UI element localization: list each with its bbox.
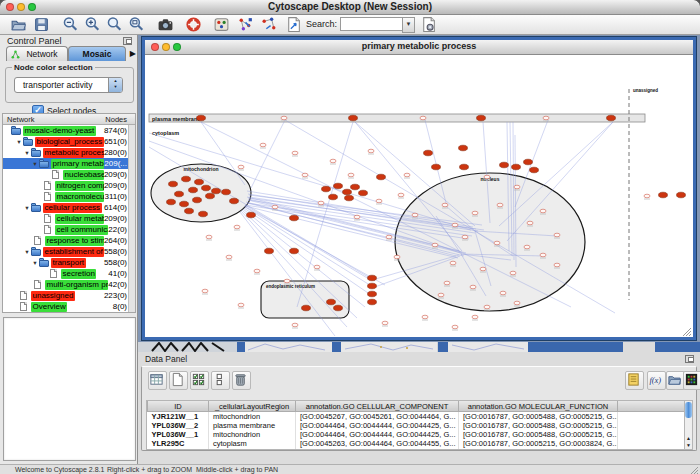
- table-cell[interactable]: [GO:0016787, GO:0005488, GO:0005215, G..…: [459, 421, 618, 430]
- table-cell[interactable]: [GO:0016787, GO:0005215, GO:0003824, G..…: [459, 439, 618, 448]
- network-node-outline[interactable]: [206, 235, 212, 239]
- network-node[interactable]: [202, 185, 211, 191]
- network-node-outline[interactable]: [484, 175, 490, 179]
- network-node[interactable]: [334, 183, 343, 189]
- table-cell[interactable]: plasma membrane: [209, 421, 296, 430]
- network-node[interactable]: [193, 197, 202, 203]
- network-node[interactable]: [230, 198, 239, 204]
- tree-row[interactable]: ▼establishment of lo558(0): [3, 246, 135, 257]
- attribute-list-icon[interactable]: [625, 371, 644, 390]
- search-dropdown-icon[interactable]: ▼: [402, 17, 415, 33]
- network-node-outline[interactable]: [494, 241, 500, 245]
- network-node[interactable]: [169, 181, 178, 187]
- table-cell[interactable]: mitochondrion: [209, 412, 296, 422]
- tree-row[interactable]: ▼transport558(0): [3, 257, 135, 268]
- column-header[interactable]: annotation.GO CELLULAR_COMPONENT: [296, 401, 459, 412]
- network-node-outline[interactable]: [452, 223, 458, 227]
- save-icon[interactable]: [33, 16, 50, 33]
- attribute-matrix-icon[interactable]: [683, 371, 700, 390]
- table-cell[interactable]: YPL036W__1: [148, 430, 209, 439]
- select-attributes-icon[interactable]: [190, 371, 209, 390]
- network-node[interactable]: [265, 248, 274, 254]
- table-cell[interactable]: [618, 439, 690, 448]
- network-node[interactable]: [329, 194, 338, 200]
- network-node[interactable]: [530, 167, 539, 173]
- network-node-outline[interactable]: [540, 253, 546, 257]
- network-node[interactable]: [206, 193, 215, 199]
- title-bar[interactable]: Cytoscape Desktop (New Session): [0, 0, 700, 15]
- network-node[interactable]: [460, 164, 469, 170]
- disclosure-arrow-icon[interactable]: ▼: [31, 161, 39, 167]
- tree-scrollbar[interactable]: [128, 125, 135, 312]
- network-node-outline[interactable]: [514, 301, 520, 305]
- network-node[interactable]: [290, 215, 299, 221]
- new-attribute-icon[interactable]: [169, 371, 188, 390]
- network-node-outline[interactable]: [543, 116, 549, 120]
- vizmapper-icon[interactable]: [213, 16, 230, 33]
- network-node-outline[interactable]: [386, 235, 392, 239]
- delete-attribute-icon[interactable]: [232, 371, 251, 390]
- network-node[interactable]: [222, 189, 231, 195]
- network-node-outline[interactable]: [394, 255, 400, 259]
- network-node[interactable]: [175, 191, 184, 197]
- table-cell[interactable]: YPL036W__2: [148, 421, 209, 430]
- network-node-outline[interactable]: [382, 321, 388, 325]
- network-node[interactable]: [345, 195, 354, 201]
- help-icon[interactable]: [185, 16, 202, 33]
- network-node-outline[interactable]: [318, 201, 324, 205]
- table-cell[interactable]: YJR121W__1: [148, 412, 209, 422]
- network-node-outline[interactable]: [354, 215, 360, 219]
- network-node[interactable]: [322, 186, 331, 192]
- background-window-sliver[interactable]: [341, 342, 437, 352]
- table-row[interactable]: YLR295Ccytoplasm[GO:0045263, GO:0044464,…: [148, 439, 690, 448]
- column-header[interactable]: annotation.GO MOLECULAR_FUNCTION: [459, 401, 618, 412]
- network-node[interactable]: [359, 190, 368, 196]
- table-row[interactable]: YPL036W__2plasma membrane[GO:0044464, GO…: [148, 421, 690, 430]
- network-node-outline[interactable]: [330, 159, 336, 163]
- background-window-edge[interactable]: [237, 342, 245, 352]
- zoom-out-icon[interactable]: [62, 16, 79, 33]
- network-node[interactable]: [195, 179, 204, 185]
- tree-row[interactable]: macromolecule311(0): [3, 191, 135, 202]
- network-node[interactable]: [167, 199, 176, 205]
- network-node-outline[interactable]: [302, 173, 308, 177]
- tree-row[interactable]: mosaic-demo-yeast874(0): [3, 125, 135, 136]
- table-cell[interactable]: cytoplasm: [209, 448, 296, 450]
- network-node[interactable]: [343, 189, 352, 195]
- network-node-outline[interactable]: [254, 269, 260, 273]
- table-cell[interactable]: [618, 430, 690, 439]
- background-window-edge[interactable]: [438, 342, 448, 352]
- background-window-sliver[interactable]: [623, 342, 655, 352]
- scroll-up-icon[interactable]: ▲: [685, 435, 692, 441]
- attribute-table-header[interactable]: ID_cellularLayoutRegionannotation.GO CEL…: [148, 401, 690, 412]
- network-node[interactable]: [377, 174, 386, 180]
- tree-row[interactable]: Overview8(0): [3, 301, 135, 312]
- network-node[interactable]: [247, 212, 256, 218]
- float-data-panel-icon[interactable]: [685, 355, 694, 363]
- float-panel-icon[interactable]: [123, 37, 132, 45]
- network-node-outline[interactable]: [497, 203, 503, 207]
- background-window-sliver[interactable]: [448, 342, 528, 352]
- network-node[interactable]: [677, 192, 686, 198]
- network-node[interactable]: [524, 159, 533, 165]
- tree-row[interactable]: nitrogen compo209(0): [3, 180, 135, 191]
- tab-mosaic[interactable]: Mosaic: [68, 46, 126, 61]
- table-cell[interactable]: [GO:0044464, GO:0044444, GO:0044425, G..…: [296, 421, 459, 430]
- network-node[interactable]: [351, 184, 360, 190]
- network-node[interactable]: [459, 145, 468, 151]
- tree-row[interactable]: response to stimulu264(0): [3, 235, 135, 246]
- network-node-outline[interactable]: [412, 213, 418, 217]
- background-window-sliver[interactable]: [245, 342, 332, 352]
- network-node[interactable]: [512, 164, 521, 170]
- table-cell[interactable]: [GO:0044464, GO:0044444, GO:0044425, G..…: [296, 430, 459, 439]
- network-node-outline[interactable]: [292, 323, 298, 327]
- formula-builder-icon[interactable]: f(x): [647, 371, 666, 390]
- network-node-outline[interactable]: [484, 305, 490, 309]
- table-cell[interactable]: [GO:0045267, GO:0045261, GO:0044464, G..…: [296, 412, 459, 422]
- network-node-outline[interactable]: [472, 211, 478, 215]
- tree-row[interactable]: cellular metabo209(0): [3, 213, 135, 224]
- table-cell[interactable]: [GO:0045263, GO:0044464, GO:0044455, G..…: [296, 439, 459, 448]
- network-node-outline[interactable]: [226, 255, 232, 259]
- network-node-outline[interactable]: [524, 245, 530, 249]
- table-row[interactable]: YJR121W__1mitochondrion[GO:0045267, GO:0…: [148, 412, 690, 422]
